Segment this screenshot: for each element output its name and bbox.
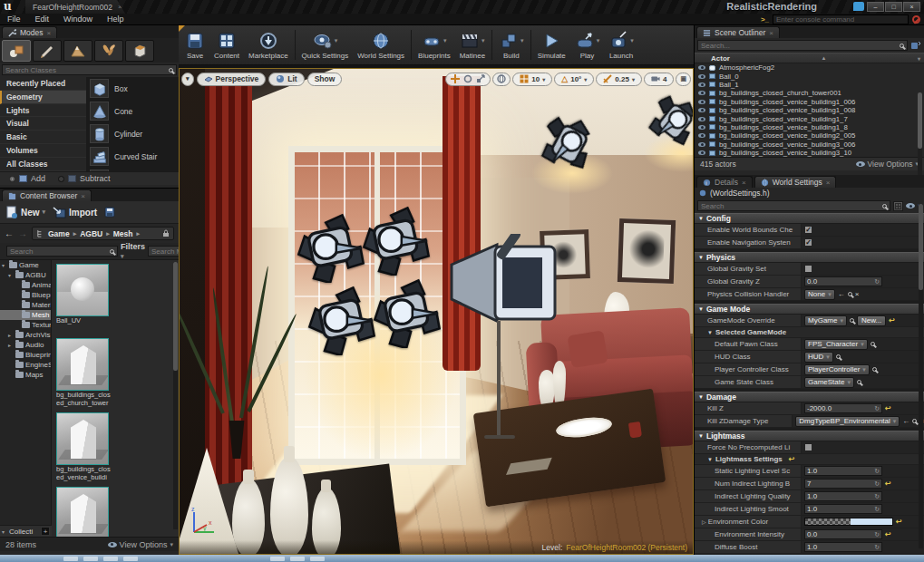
- taskbar-item[interactable]: [63, 557, 78, 561]
- revert-icon[interactable]: ↩: [885, 530, 891, 538]
- asset-tile[interactable]: bg_buildings_closed_venice_buildin: [56, 487, 111, 537]
- scale-tool-icon[interactable]: [476, 74, 485, 83]
- tree-item-animations[interactable]: Animat: [0, 280, 51, 290]
- outliner-search-input[interactable]: [701, 42, 900, 50]
- launch-button[interactable]: ▾ Launch: [604, 26, 638, 63]
- killz-damage-type-dropdown[interactable]: DmgTypeBP_Environmental▾: [795, 416, 900, 427]
- collision-handler-dropdown[interactable]: None▾: [804, 289, 835, 300]
- spotlight-sprite-icon[interactable]: [361, 205, 432, 276]
- category-visual[interactable]: Visual: [0, 117, 86, 131]
- menu-file[interactable]: File: [7, 15, 21, 24]
- camera-speed-control[interactable]: 4: [644, 73, 674, 86]
- outliner-scrollbar[interactable]: [918, 92, 922, 183]
- grid-snap-control[interactable]: 10▾: [512, 73, 552, 86]
- close-icon[interactable]: ×: [742, 179, 746, 187]
- tab-modes[interactable]: Modes ×: [2, 26, 57, 38]
- category-volumes[interactable]: Volumes: [0, 144, 86, 158]
- import-button[interactable]: Import: [53, 206, 97, 218]
- state-class-dropdown[interactable]: GameState▾: [804, 377, 854, 388]
- checkbox-unchecked[interactable]: [804, 265, 812, 273]
- rotate-tool-icon[interactable]: [463, 74, 472, 83]
- visibility-eye-icon[interactable]: [698, 125, 705, 130]
- tree-item-game[interactable]: ▾Game: [0, 260, 51, 270]
- actor-row[interactable]: bg_buildings_closed_venice_building1_7: [695, 114, 924, 122]
- geometry-item-cylinder[interactable]: Cylinder: [86, 122, 179, 145]
- feedback-bubble-icon[interactable]: [853, 2, 864, 11]
- tab-foliage-mode[interactable]: [94, 40, 123, 62]
- browse-icon[interactable]: [848, 292, 852, 296]
- revert-icon[interactable]: ↩: [885, 404, 891, 412]
- tree-item-maps[interactable]: Maps: [0, 370, 51, 380]
- minimize-button[interactable]: –: [867, 2, 884, 12]
- tab-content-browser[interactable]: Content Browser ×: [2, 189, 92, 201]
- geometry-item-box[interactable]: Box: [86, 77, 179, 100]
- visibility-eye-icon[interactable]: [698, 117, 705, 121]
- clear-icon[interactable]: ×: [855, 290, 860, 298]
- add-collection-button[interactable]: +: [41, 527, 50, 536]
- checkbox-checked[interactable]: ✓: [804, 226, 812, 234]
- level-tab[interactable]: FearOfHeightRoom002 ×: [25, 0, 125, 14]
- geometry-item-curved-stair[interactable]: Curved Stair: [86, 145, 179, 168]
- perspective-button[interactable]: Perspective: [197, 73, 267, 86]
- content-button[interactable]: Content: [209, 26, 244, 63]
- subtract-radio[interactable]: [58, 176, 64, 182]
- spotlight-sprite-icon[interactable]: [306, 285, 377, 355]
- ws-search[interactable]: [697, 200, 890, 211]
- category-basic[interactable]: Basic: [0, 131, 86, 144]
- diffuse-boost-field[interactable]: 1.0↻: [804, 542, 882, 552]
- tree-item-textures[interactable]: Textur: [0, 320, 51, 330]
- simulate-button[interactable]: Simulate: [533, 26, 570, 63]
- scrollbar-thumb[interactable]: [918, 92, 922, 149]
- filters-button[interactable]: Filters ▾: [121, 242, 145, 260]
- show-button[interactable]: Show: [307, 73, 343, 86]
- gamemode-override-dropdown[interactable]: MyGame▾: [804, 315, 847, 326]
- modes-search[interactable]: [2, 64, 177, 75]
- play-button[interactable]: ▾ Play: [570, 26, 605, 63]
- reset-icon[interactable]: ↻: [874, 493, 880, 500]
- close-icon[interactable]: ×: [47, 29, 52, 37]
- tree-item-blueprints[interactable]: Bluepri: [0, 290, 51, 300]
- menu-help[interactable]: Help: [107, 15, 124, 24]
- section-config[interactable]: ▼Config: [695, 213, 924, 224]
- checkbox-unchecked[interactable]: [804, 443, 812, 451]
- visibility-eye-icon[interactable]: [698, 108, 705, 112]
- taskbar-item[interactable]: [270, 557, 285, 561]
- environment-color-swatch[interactable]: [804, 518, 893, 526]
- outliner-search[interactable]: [697, 40, 908, 51]
- level-value[interactable]: FearOfHeightRoom002 (Persistent): [566, 543, 687, 552]
- tab-world-settings[interactable]: World Settings ×: [754, 176, 837, 188]
- browse-icon[interactable]: [857, 380, 861, 384]
- taskbar-item[interactable]: [290, 557, 305, 561]
- back-icon[interactable]: ←: [5, 228, 14, 238]
- visibility-eye-icon[interactable]: [698, 91, 705, 95]
- visibility-eye-icon[interactable]: [698, 100, 705, 104]
- indirect-quality-field[interactable]: 1.0↻: [804, 491, 882, 501]
- geometry-item-cone[interactable]: Cone: [86, 100, 179, 122]
- kill-z-field[interactable]: -2000.0↻: [804, 403, 882, 413]
- actor-row[interactable]: bg_buildings_closed_venice_building3_10: [695, 149, 924, 157]
- save-button[interactable]: Save: [180, 26, 209, 63]
- revert-icon[interactable]: ↩: [896, 518, 902, 526]
- close-icon[interactable]: ×: [826, 179, 831, 187]
- new-asset-button[interactable]: New▾: [5, 206, 45, 219]
- scrollbar-thumb[interactable]: [919, 204, 923, 290]
- outliner-settings-icon[interactable]: [910, 40, 921, 51]
- reset-icon[interactable]: ↻: [874, 544, 880, 551]
- visibility-eye-icon[interactable]: [698, 82, 705, 87]
- taskbar-item[interactable]: [103, 557, 118, 561]
- revert-icon[interactable]: ↩: [885, 480, 891, 488]
- scale-snap-control[interactable]: 0.25▾: [596, 73, 642, 86]
- use-selected-icon[interactable]: ←: [838, 290, 845, 298]
- visibility-eye-icon[interactable]: [698, 65, 705, 70]
- tab-geometry-mode[interactable]: [125, 40, 154, 62]
- modes-search-input[interactable]: [5, 66, 169, 74]
- marketplace-button[interactable]: Marketplace: [244, 26, 293, 63]
- asset-tile[interactable]: bg_buildings_closed_church_tower0: [56, 338, 111, 407]
- actor-row[interactable]: bg_buildings_closed_venice_building2_005: [695, 131, 924, 140]
- reset-icon[interactable]: ↻: [874, 531, 880, 538]
- lit-button[interactable]: Lit: [268, 73, 304, 86]
- forward-icon[interactable]: →: [18, 228, 27, 238]
- static-lighting-field[interactable]: 1.0↻: [804, 466, 882, 476]
- path-search-input[interactable]: [10, 247, 110, 256]
- tab-place-mode[interactable]: [2, 40, 31, 62]
